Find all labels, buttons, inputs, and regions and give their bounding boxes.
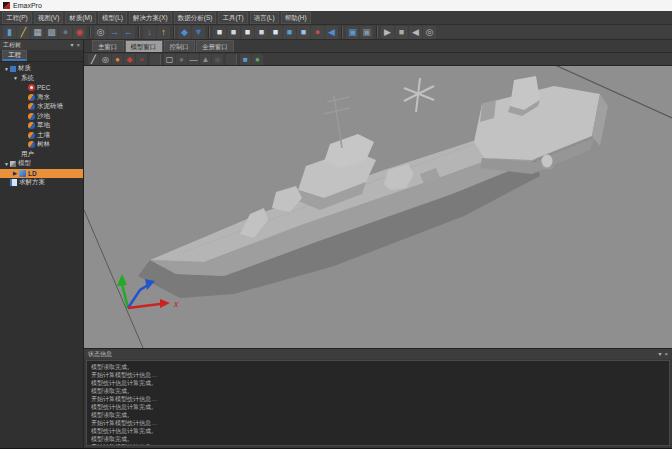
menu-item[interactable]: 视图(V) [34, 12, 64, 24]
separator [341, 26, 343, 38]
tree-item-label: 草地 [37, 121, 50, 130]
menu-bar: 工程(P) 视图(V) 材质(M) 模型(L) 解决方案(X) 数据分析(S) … [0, 11, 672, 24]
box-primitive-icon[interactable]: ■ [213, 26, 226, 39]
viewport-tab[interactable]: 主窗口 [92, 40, 124, 52]
menu-item[interactable]: 语言(L) [250, 12, 279, 24]
pin-icon[interactable]: ▾ [658, 349, 661, 359]
delete-icon[interactable]: × [136, 54, 147, 65]
cylinder-primitive-icon[interactable]: ■ [227, 26, 240, 39]
tree-item-label: LD [28, 170, 37, 177]
tree-item[interactable]: 草地 [0, 121, 83, 131]
viewport-tab[interactable]: 全景窗口 [196, 40, 234, 52]
tree-item-label: 模型 [18, 159, 31, 168]
step-back-icon[interactable]: ◀ [409, 26, 422, 39]
menu-item[interactable]: 工具(T) [218, 12, 247, 24]
viewport-tab[interactable]: 控制口 [164, 40, 196, 52]
tree-item[interactable]: 海水 [0, 93, 83, 103]
viewport-tab[interactable]: 模型窗口 [125, 40, 163, 52]
save-all-icon[interactable]: ▩ [45, 26, 58, 39]
blue-box-primitive-icon[interactable]: ■ [283, 26, 296, 39]
tree-item-label: PEC [37, 84, 50, 91]
triangle-mesh-icon[interactable]: ▲ [200, 54, 211, 65]
tree-item[interactable]: ▶ LD [0, 169, 83, 179]
save-icon[interactable]: ▦ [31, 26, 44, 39]
tree-item[interactable]: ▼ 材质 [0, 64, 83, 74]
shaded-icon[interactable]: ● [176, 54, 187, 65]
diamond-primitive-icon[interactable]: ◆ [178, 26, 191, 39]
cone-primitive-icon[interactable]: ▼ [192, 26, 205, 39]
close-icon[interactable]: × [76, 40, 80, 50]
tree-item-label: 树林 [37, 140, 50, 149]
stop-icon[interactable]: ■ [395, 26, 408, 39]
material-library-icon[interactable]: ◉ [73, 26, 86, 39]
sphere-primitive-icon[interactable]: ■ [241, 26, 254, 39]
pin-icon[interactable]: ▾ [70, 40, 73, 50]
tree-item[interactable]: 水泥砖墙 [0, 102, 83, 112]
expand-arrow-icon[interactable]: ▼ [13, 75, 19, 81]
menu-item[interactable]: 帮助(H) [281, 12, 311, 24]
tree-item-label: 材质 [18, 64, 31, 73]
new-project-icon[interactable]: ▮ [3, 26, 16, 39]
tab-project[interactable]: 工程 [2, 50, 27, 61]
tree-item-icon [28, 132, 35, 139]
snapshot-icon[interactable]: ▣ [360, 26, 373, 39]
separator [208, 26, 210, 38]
project-panel-header: 工程树 ▾ × [0, 40, 83, 50]
status-log[interactable]: 模型读取完成。 开始计算模型统计信息… 模型统计信息计算完成。 模型读取完成。 … [86, 360, 670, 446]
tree-item-icon [19, 170, 26, 177]
play-icon[interactable]: ▶ [381, 26, 394, 39]
log-line: 模型读取完成。 [91, 411, 665, 419]
import-model-icon[interactable]: ↓ [143, 26, 156, 39]
sphere-view-icon[interactable]: ● [59, 26, 72, 39]
plate-primitive-icon[interactable]: ■ [269, 26, 282, 39]
draw-tool-icon[interactable]: ╱ [88, 54, 99, 65]
menu-item[interactable]: 解决方案(X) [129, 12, 172, 24]
tree-item-icon [28, 103, 35, 110]
tree-item[interactable]: 土壤 [0, 131, 83, 141]
smooth-shade-icon[interactable]: ◉ [212, 54, 223, 65]
render-view-icon[interactable]: ▣ [346, 26, 359, 39]
blue-material-icon[interactable]: ■ [240, 54, 251, 65]
tree-item[interactable]: PEC [0, 83, 83, 93]
log-line: 模型统计信息计算完成。 [91, 379, 665, 387]
line-icon[interactable]: — [188, 54, 199, 65]
green-material-icon[interactable]: ● [252, 54, 263, 65]
app-title: EmaxPro [13, 0, 42, 11]
tree-item[interactable]: 树林 [0, 140, 83, 150]
tree-item[interactable]: 求解方案 [0, 178, 83, 188]
export-model-icon[interactable]: ↑ [157, 26, 170, 39]
tree-item[interactable]: ▼ 系统 [0, 74, 83, 84]
separator [138, 26, 140, 38]
material-ball-icon[interactable]: ● [112, 54, 123, 65]
log-line: 开始计算模型统计信息… [91, 443, 665, 446]
panel-primitive-icon[interactable]: ■ [297, 26, 310, 39]
viewport-3d[interactable]: x [84, 66, 672, 348]
undo-icon[interactable]: ← [122, 26, 135, 39]
tree-item-icon [10, 179, 17, 186]
point-source-icon[interactable]: ● [311, 26, 324, 39]
workspace-column: 主窗口 模型窗口 控制口 全景窗口 ╱ ◎ ● [84, 40, 672, 448]
zoom-tool-icon[interactable]: ◎ [100, 54, 111, 65]
tree-item-label: 用户 [21, 150, 34, 159]
separator [376, 26, 378, 38]
prism-primitive-icon[interactable]: ■ [255, 26, 268, 39]
menu-item[interactable]: 数据分析(S) [174, 12, 217, 24]
tree-item[interactable]: ▼ 模型 [0, 159, 83, 169]
close-icon[interactable]: × [664, 349, 668, 359]
menu-item[interactable]: 工程(P) [2, 12, 32, 24]
wireframe-icon[interactable]: ▢ [164, 54, 175, 65]
delete-face-icon[interactable]: ◆ [124, 54, 135, 65]
separator [150, 54, 161, 65]
menu-item[interactable]: 材质(M) [65, 12, 96, 24]
zoom-icon[interactable]: ◎ [94, 26, 107, 39]
project-tree: ▼ 材质 ▼ 系统 [0, 62, 83, 448]
edit-icon[interactable]: ╱ [17, 26, 30, 39]
screenshot-root: EmaxPro 工程(P) 视图(V) 材质(M) 模型(L) 解决方案(X) … [0, 0, 672, 453]
target-icon[interactable]: ◎ [423, 26, 436, 39]
direction-icon[interactable]: ◀ [325, 26, 338, 39]
tree-item[interactable]: 沙地 [0, 112, 83, 122]
tree-item[interactable]: 用户 [0, 150, 83, 160]
menu-item[interactable]: 模型(L) [98, 12, 127, 24]
redo-icon[interactable]: → [108, 26, 121, 39]
tree-item-label: 系统 [21, 74, 34, 83]
